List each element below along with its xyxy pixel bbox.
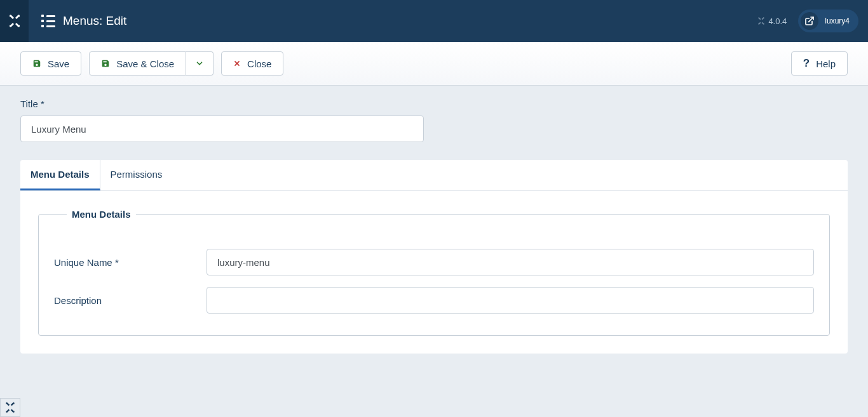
close-label: Close: [247, 58, 271, 69]
tab-content: Menu Details Unique Name * Description: [20, 191, 848, 354]
site-preview-link[interactable]: luxury4: [798, 10, 858, 32]
unique-name-label: Unique Name *: [54, 257, 207, 268]
joomla-logo-icon: [7, 13, 22, 29]
save-label: Save: [48, 58, 69, 69]
content-area: Title * Menu Details Permissions Menu De…: [0, 86, 868, 366]
unique-name-input[interactable]: [207, 249, 814, 275]
save-icon: [32, 59, 41, 68]
title-area: Menus: Edit: [29, 14, 757, 28]
fieldset-legend: Menu Details: [67, 209, 136, 220]
menu-details-fieldset: Menu Details Unique Name * Description: [38, 209, 830, 336]
site-name: luxury4: [825, 17, 850, 25]
svg-line-0: [809, 17, 813, 22]
save-button[interactable]: Save: [20, 51, 81, 76]
list-icon: [41, 15, 55, 27]
tabs-nav: Menu Details Permissions: [20, 160, 848, 191]
chevron-down-icon: [195, 59, 204, 68]
footer-brand-button[interactable]: [0, 398, 20, 417]
toolbar: Save Save & Close Close ? Help: [0, 42, 868, 86]
unique-name-row: Unique Name *: [54, 249, 814, 275]
save-icon: [101, 59, 110, 68]
title-input[interactable]: [20, 116, 424, 142]
version-text: 4.0.4: [768, 17, 787, 26]
help-label: Help: [816, 58, 836, 69]
title-label: Title *: [20, 98, 848, 109]
close-button[interactable]: Close: [221, 51, 283, 76]
help-button[interactable]: ? Help: [791, 51, 848, 76]
close-icon: [233, 60, 241, 67]
header-bar: Menus: Edit 4.0.4 luxury4: [0, 0, 868, 42]
save-close-button[interactable]: Save & Close: [89, 51, 186, 76]
tab-menu-details[interactable]: Menu Details: [20, 160, 100, 190]
save-close-group: Save & Close: [89, 51, 214, 76]
header-right: 4.0.4 luxury4: [757, 10, 868, 32]
external-link-icon-wrap: [801, 12, 818, 30]
description-input[interactable]: [207, 287, 814, 314]
save-dropdown-button[interactable]: [186, 51, 214, 76]
version-indicator[interactable]: 4.0.4: [757, 17, 787, 26]
joomla-small-icon: [757, 17, 766, 25]
save-close-label: Save & Close: [116, 58, 174, 69]
joomla-footer-icon: [4, 401, 17, 414]
description-label: Description: [54, 295, 207, 306]
tabs-container: Menu Details Permissions Menu Details Un…: [20, 160, 848, 354]
external-link-icon: [804, 16, 815, 26]
help-icon: ?: [803, 57, 810, 70]
brand-logo-box[interactable]: [0, 0, 29, 42]
description-row: Description: [54, 287, 814, 314]
tab-permissions[interactable]: Permissions: [100, 160, 173, 190]
page-title: Menus: Edit: [63, 14, 126, 28]
